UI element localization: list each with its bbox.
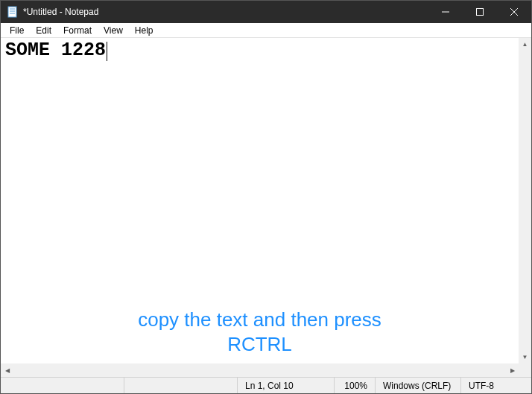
editor-area[interactable]: SOME 1228 copy the text and then press R… <box>1 38 531 363</box>
scrollbar-corner <box>519 364 531 377</box>
svg-rect-0 <box>8 7 16 17</box>
menu-file[interactable]: File <box>4 24 30 37</box>
status-spacer <box>124 378 237 393</box>
maximize-button[interactable] <box>463 1 497 23</box>
statusbar: Ln 1, Col 10 100% Windows (CRLF) UTF-8 <box>1 377 531 393</box>
status-spacer-left <box>1 378 124 393</box>
status-line-ending: Windows (CRLF) <box>375 378 460 393</box>
scroll-right-arrow-icon[interactable]: ▶ <box>506 364 519 377</box>
horizontal-scrollbar[interactable]: ◀ ▶ <box>1 363 531 377</box>
menu-format[interactable]: Format <box>57 24 98 37</box>
close-button[interactable] <box>497 1 531 23</box>
titlebar[interactable]: *Untitled - Notepad <box>1 1 531 23</box>
menubar: File Edit Format View Help <box>1 23 531 38</box>
text-cursor <box>107 42 107 61</box>
menu-edit[interactable]: Edit <box>30 24 57 37</box>
editor-text[interactable]: SOME 1228 <box>5 39 106 61</box>
window-controls <box>428 1 531 23</box>
status-encoding: UTF-8 <box>460 378 531 393</box>
scroll-down-arrow-icon[interactable]: ▼ <box>519 351 531 363</box>
editor-content[interactable]: SOME 1228 <box>1 38 531 63</box>
minimize-button[interactable] <box>428 1 463 23</box>
menu-help[interactable]: Help <box>129 24 159 37</box>
scroll-left-arrow-icon[interactable]: ◀ <box>1 364 13 377</box>
instruction-line-2: RCTRL <box>1 332 519 357</box>
instruction-overlay: copy the text and then press RCTRL <box>1 308 519 356</box>
scroll-up-arrow-icon[interactable]: ▲ <box>519 38 531 51</box>
status-position: Ln 1, Col 10 <box>237 378 334 393</box>
instruction-line-1: copy the text and then press <box>1 308 519 332</box>
svg-rect-5 <box>477 9 484 16</box>
menu-view[interactable]: View <box>98 24 129 37</box>
notepad-icon <box>7 6 19 18</box>
status-zoom: 100% <box>334 378 375 393</box>
window-title: *Untitled - Notepad <box>23 7 428 17</box>
vertical-scrollbar[interactable]: ▲ ▼ <box>519 38 531 363</box>
